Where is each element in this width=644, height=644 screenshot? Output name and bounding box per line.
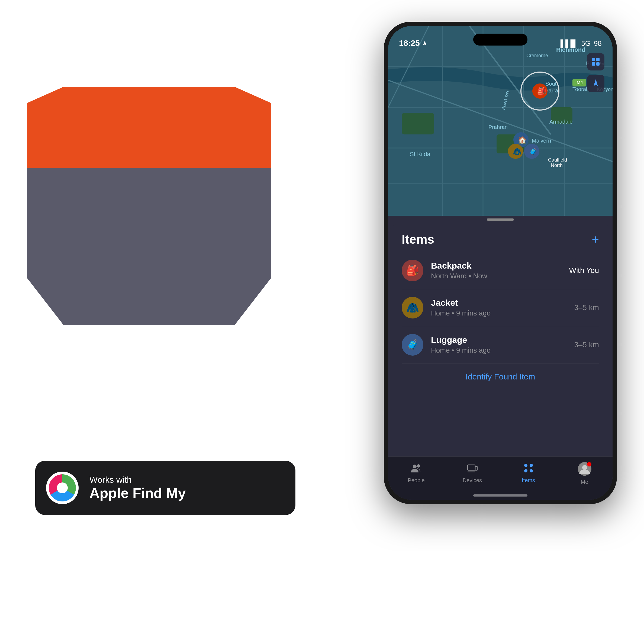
svg-text:🎒: 🎒 xyxy=(537,87,546,96)
luggage-name: Luggage xyxy=(431,335,566,345)
svg-text:North: North xyxy=(551,163,563,168)
backpack-icon: 🎒 xyxy=(402,260,423,281)
tab-devices[interactable]: Devices xyxy=(444,462,500,484)
bottom-sheet: Items + 🎒 Backpack North Ward • Now With… xyxy=(388,224,613,500)
iphone-device: Richmond Burnley South Yarra Toorak Kooy… xyxy=(384,22,617,504)
map-type-button[interactable] xyxy=(587,53,604,70)
tab-me[interactable]: Me xyxy=(556,462,613,485)
svg-rect-9 xyxy=(402,113,434,134)
svg-rect-45 xyxy=(475,466,477,470)
svg-text:St Kilda: St Kilda xyxy=(410,151,431,157)
time-display: 18:25 xyxy=(399,38,420,48)
battery-display: 98 xyxy=(594,39,602,48)
svg-point-50 xyxy=(530,469,533,472)
find-my-logo-center xyxy=(57,482,68,493)
item-row[interactable]: 🧥 Jacket Home • 9 mins ago 3–5 km xyxy=(402,289,599,326)
people-tab-icon xyxy=(410,462,422,476)
status-time: 18:25 xyxy=(399,38,427,48)
luggage-distance: 3–5 km xyxy=(574,340,599,349)
svg-point-43 xyxy=(417,464,420,468)
svg-text:Cremorne: Cremorne xyxy=(526,53,548,58)
svg-point-49 xyxy=(524,469,527,472)
apple-find-my-label: Apple Find My xyxy=(89,485,186,501)
luggage-info: Luggage Home • 9 mins ago xyxy=(431,335,566,355)
svg-rect-40 xyxy=(592,62,595,66)
location-button[interactable] xyxy=(587,75,604,92)
svg-text:Caulfield: Caulfield xyxy=(548,157,567,163)
backpack-name: Backpack xyxy=(431,261,561,271)
items-title: Items xyxy=(402,232,434,247)
svg-text:🏠: 🏠 xyxy=(518,136,527,144)
add-item-button[interactable]: + xyxy=(592,232,599,247)
backpack-distance: With You xyxy=(569,266,599,275)
tab-items[interactable]: Items xyxy=(500,462,556,484)
svg-rect-38 xyxy=(592,58,595,61)
item-row[interactable]: 🎒 Backpack North Ward • Now With You xyxy=(402,252,599,289)
items-tab-icon xyxy=(523,462,534,476)
iphone-screen: Richmond Burnley South Yarra Toorak Kooy… xyxy=(388,26,613,500)
luggage-subtitle: Home • 9 mins ago xyxy=(431,346,566,355)
svg-text:Prahran: Prahran xyxy=(488,124,508,130)
signal-icon: ▐▐▐▌ xyxy=(558,39,578,48)
backpack-subtitle: North Ward • Now xyxy=(431,272,561,280)
map-controls xyxy=(587,53,604,92)
svg-text:Malvern: Malvern xyxy=(532,138,551,144)
gray-decorative-shape xyxy=(27,168,271,325)
svg-rect-41 xyxy=(596,62,600,66)
item-row[interactable]: 🧳 Luggage Home • 9 mins ago 3–5 km xyxy=(402,326,599,363)
jacket-subtitle: Home • 9 mins ago xyxy=(431,309,566,317)
item-list: 🎒 Backpack North Ward • Now With You 🧥 J… xyxy=(388,252,613,363)
works-with-label: Works with xyxy=(89,475,186,485)
svg-rect-39 xyxy=(596,58,600,61)
dynamic-island xyxy=(473,34,527,46)
svg-text:🧥: 🧥 xyxy=(513,147,522,156)
svg-text:Toorak: Toorak xyxy=(572,86,589,92)
tab-people[interactable]: People xyxy=(388,462,444,484)
map-area[interactable]: Richmond Burnley South Yarra Toorak Kooy… xyxy=(388,26,613,216)
svg-point-42 xyxy=(413,465,417,468)
svg-text:Armadale: Armadale xyxy=(549,119,573,125)
map-svg: Richmond Burnley South Yarra Toorak Kooy… xyxy=(388,26,613,216)
backpack-info: Backpack North Ward • Now xyxy=(431,261,561,280)
find-my-logo xyxy=(46,472,79,504)
devices-tab-label: Devices xyxy=(463,477,482,484)
home-indicator xyxy=(473,494,527,497)
network-label: 5G xyxy=(581,39,591,48)
find-my-text-block: Works with Apple Find My xyxy=(89,475,186,501)
location-arrow-icon xyxy=(422,40,427,46)
tab-bar: People Devices xyxy=(388,456,613,500)
find-my-logo-inner xyxy=(49,474,76,501)
jacket-icon: 🧥 xyxy=(402,297,423,318)
svg-point-47 xyxy=(524,464,527,467)
svg-rect-44 xyxy=(468,465,475,470)
svg-text:M1: M1 xyxy=(577,80,583,85)
people-tab-label: People xyxy=(408,477,424,484)
jacket-distance: 3–5 km xyxy=(574,303,599,312)
jacket-info: Jacket Home • 9 mins ago xyxy=(431,298,566,317)
me-tab-icon xyxy=(578,462,591,477)
me-tab-label: Me xyxy=(581,479,588,485)
svg-text:🧳: 🧳 xyxy=(529,147,538,156)
devices-tab-icon xyxy=(466,462,478,476)
svg-point-52 xyxy=(582,465,587,470)
luggage-icon: 🧳 xyxy=(402,334,423,356)
find-my-badge: Works with Apple Find My xyxy=(35,461,295,515)
status-right: ▐▐▐▌ 5G 98 xyxy=(558,39,602,48)
svg-point-48 xyxy=(530,464,533,467)
items-tab-label: Items xyxy=(522,477,535,484)
sheet-header: Items + xyxy=(388,224,613,252)
jacket-name: Jacket xyxy=(431,298,566,308)
identify-found-item-link[interactable]: Identify Found Item xyxy=(388,363,613,390)
drag-handle[interactable] xyxy=(487,218,514,221)
